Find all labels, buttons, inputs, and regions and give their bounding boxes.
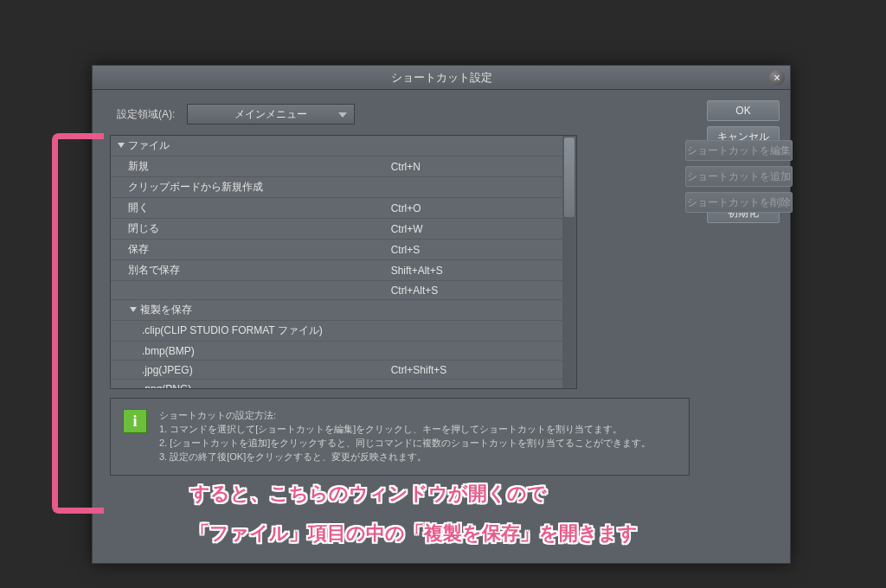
- titlebar: ショートカット設定 ×: [93, 66, 790, 90]
- add-shortcut-button[interactable]: ショートカットを追加: [685, 166, 793, 187]
- tree-row[interactable]: 保存Ctrl+S: [111, 240, 562, 260]
- tree-row[interactable]: 開くCtrl+O: [111, 198, 562, 219]
- annotation-text: すると、こちらのウィンドウが開くので 「ファイル」項目の中の「複製を保存」を開き…: [190, 474, 638, 553]
- edit-shortcut-button[interactable]: ショートカットを編集: [685, 140, 793, 161]
- tree-row[interactable]: 閉じるCtrl+W: [111, 219, 562, 240]
- delete-shortcut-button[interactable]: ショートカットを削除: [685, 192, 793, 213]
- scroll-thumb[interactable]: [564, 137, 575, 217]
- tree-row[interactable]: 新規Ctrl+N: [111, 157, 562, 177]
- setting-area-combo[interactable]: メインメニュー: [187, 104, 355, 125]
- annotation-bracket: [52, 133, 104, 514]
- tree-row[interactable]: Ctrl+Alt+S: [111, 281, 562, 300]
- tree-row[interactable]: クリップボードから新規作成: [111, 177, 562, 198]
- command-table: ファイル 新規Ctrl+N クリップボードから新規作成 開くCtrl+O 閉じる…: [111, 136, 562, 388]
- dialog-title: ショートカット設定: [391, 70, 492, 86]
- tree-row[interactable]: .clip(CLIP STUDIO FORMAT ファイル): [111, 321, 562, 342]
- tree-scrollbar[interactable]: [562, 136, 576, 388]
- setting-area-row: 設定領域(A): メインメニュー: [110, 102, 697, 135]
- ok-button[interactable]: OK: [707, 100, 780, 121]
- tree-scroll[interactable]: ファイル 新規Ctrl+N クリップボードから新規作成 開くCtrl+O 閉じる…: [111, 136, 562, 388]
- tree-row[interactable]: .jpg(JPEG)Ctrl+Shift+S: [111, 361, 562, 380]
- command-tree-pane: ファイル 新規Ctrl+N クリップボードから新規作成 開くCtrl+O 閉じる…: [110, 135, 577, 389]
- shortcut-action-buttons: ショートカットを編集 ショートカットを追加 ショートカットを削除: [685, 140, 793, 213]
- info-pane: i ショートカットの設定方法: 1. コマンドを選択して[ショートカットを編集]…: [110, 398, 690, 476]
- chevron-down-icon: [130, 307, 137, 312]
- info-text: ショートカットの設定方法: 1. コマンドを選択して[ショートカットを編集]をク…: [159, 409, 651, 464]
- tree-row[interactable]: .bmp(BMP): [111, 342, 562, 361]
- tree-group-file[interactable]: ファイル: [111, 136, 562, 157]
- tree-group-duplicate[interactable]: 複製を保存: [111, 300, 562, 321]
- setting-area-label: 設定領域(A):: [117, 107, 175, 122]
- tree-row[interactable]: .png(PNG): [111, 380, 562, 389]
- close-button[interactable]: ×: [769, 70, 785, 86]
- chevron-down-icon: [118, 143, 125, 148]
- combo-value: メインメニュー: [234, 107, 307, 122]
- tree-row[interactable]: 別名で保存Shift+Alt+S: [111, 260, 562, 281]
- info-icon: i: [123, 409, 147, 433]
